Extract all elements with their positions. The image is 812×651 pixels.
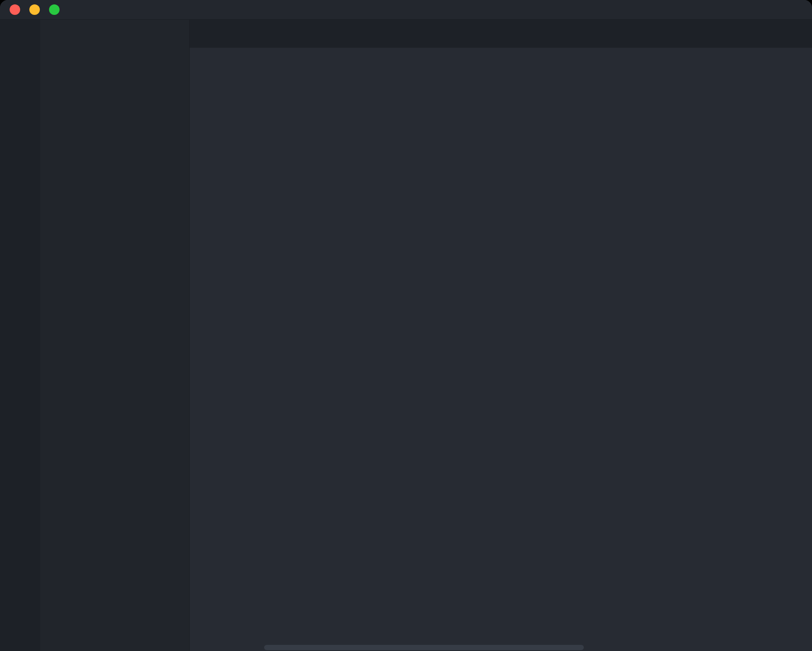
activity-bar xyxy=(0,20,40,651)
osxphotos-section-header[interactable] xyxy=(40,65,189,85)
editor-actions xyxy=(790,20,812,48)
tab-bar xyxy=(190,20,812,48)
explorer-sidebar xyxy=(40,20,190,651)
horizontal-scrollbar[interactable] xyxy=(264,645,584,650)
minimize-window-button[interactable] xyxy=(29,4,40,15)
zoom-window-button[interactable] xyxy=(49,4,60,15)
editor-group xyxy=(190,20,812,651)
open-editors-section-header[interactable] xyxy=(40,45,189,65)
title-bar xyxy=(0,0,812,20)
code-area[interactable] xyxy=(190,70,812,651)
code-lines xyxy=(190,70,812,79)
breadcrumbs xyxy=(190,48,812,70)
close-window-button[interactable] xyxy=(10,4,20,15)
vscode-window xyxy=(0,0,812,651)
traffic-lights xyxy=(10,4,60,15)
sidebar-header xyxy=(40,20,189,45)
